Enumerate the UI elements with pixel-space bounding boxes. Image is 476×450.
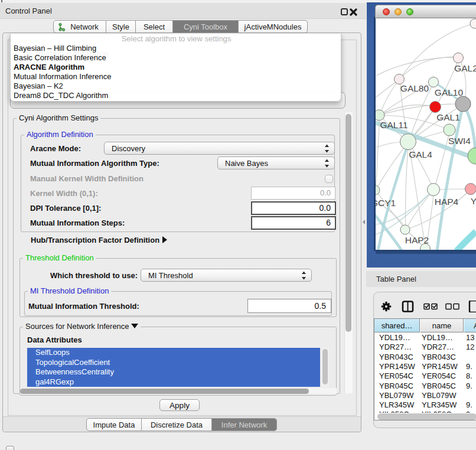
svg-text:HAP2: HAP2 <box>405 235 429 245</box>
svg-text:GAL80: GAL80 <box>400 83 429 93</box>
svg-text:GAL11: GAL11 <box>380 120 407 130</box>
svg-text:Y: Y <box>471 196 476 206</box>
svg-text:GAL4: GAL4 <box>409 149 432 159</box>
svg-text:GAL2: GAL2 <box>454 63 476 73</box>
svg-text:SWI4: SWI4 <box>448 136 471 146</box>
svg-text:GCY1: GCY1 <box>376 198 396 208</box>
svg-text:GAL1: GAL1 <box>436 112 460 122</box>
svg-text:GAL10: GAL10 <box>435 87 464 97</box>
svg-text:HAP4: HAP4 <box>435 197 459 207</box>
